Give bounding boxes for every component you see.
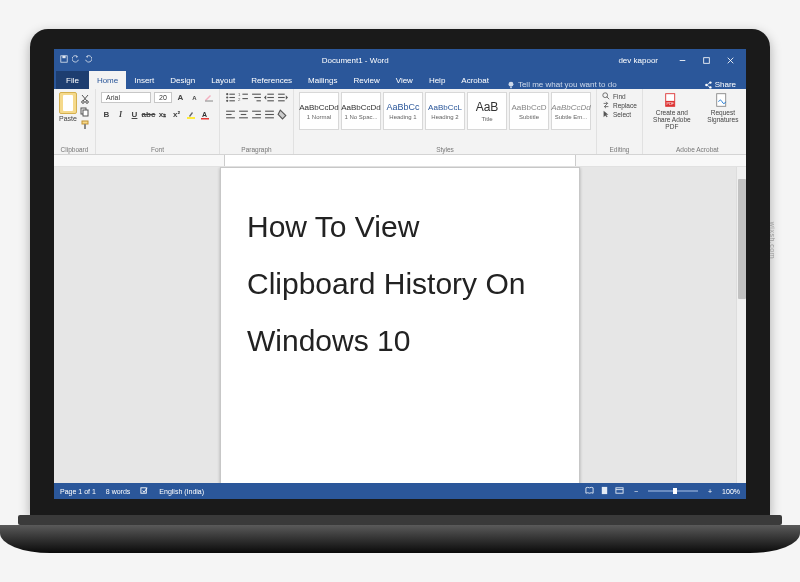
svg-text:2: 2 [238,97,241,102]
superscript-button[interactable]: x² [171,109,182,120]
select-button[interactable]: Select [602,110,637,118]
zoom-in-button[interactable]: + [708,488,712,495]
svg-line-12 [707,83,709,85]
ruler[interactable] [54,155,746,167]
group-adobe: PDF Create and Share Adobe PDF Request S… [643,89,746,154]
decrease-indent-button[interactable] [264,92,275,103]
scroll-thumb[interactable] [738,179,746,299]
subscript-button[interactable]: x₂ [157,109,168,120]
tab-design[interactable]: Design [162,71,203,89]
font-size-select[interactable]: 20 [154,92,172,103]
group-paragraph: 12 Paragraph [220,89,294,154]
tab-acrobat[interactable]: Acrobat [453,71,497,89]
document-page[interactable]: How To View Clipboard History On Windows… [220,167,580,483]
group-clipboard-label: Clipboard [59,145,90,153]
maximize-button[interactable] [694,49,718,71]
tab-review[interactable]: Review [345,71,387,89]
multilevel-list-button[interactable] [251,92,262,103]
tell-me-box[interactable]: Tell me what you want to do [507,80,617,89]
style-title[interactable]: AaBTitle [467,92,507,130]
style-normal[interactable]: AaBbCcDd1 Normal [299,92,339,130]
word-window: Document1 - Word dev kapoor File Home In… [54,49,746,499]
svg-rect-20 [82,121,88,124]
share-label: Share [715,80,736,89]
replace-icon [602,101,610,109]
find-button[interactable]: Find [602,92,637,100]
tab-help[interactable]: Help [421,71,453,89]
tab-home[interactable]: Home [89,71,126,89]
align-center-button[interactable] [238,109,249,120]
paste-button[interactable]: Paste [59,92,77,122]
format-painter-button[interactable] [80,120,90,130]
tab-mailings[interactable]: Mailings [300,71,345,89]
statusbar: Page 1 of 1 8 words English (India) − + … [54,483,746,499]
bold-button[interactable]: B [101,109,112,120]
word-count[interactable]: 8 words [106,488,131,495]
text-highlight-button[interactable] [185,109,196,120]
svg-rect-19 [83,110,88,116]
read-mode-button[interactable] [585,486,594,496]
document-area: How To View Clipboard History On Windows… [54,167,746,483]
tab-file[interactable]: File [56,71,89,89]
undo-icon[interactable] [72,55,80,65]
numbered-list-button[interactable]: 12 [238,92,249,103]
svg-point-14 [82,101,85,104]
page-count[interactable]: Page 1 of 1 [60,488,96,495]
request-signatures-button[interactable]: Request Signatures [699,92,746,123]
spellcheck-icon[interactable] [140,486,149,496]
style-heading2[interactable]: AaBbCcLHeading 2 [425,92,465,130]
copy-button[interactable] [80,107,90,117]
print-layout-button[interactable] [600,486,609,496]
replace-button[interactable]: Replace [602,101,637,109]
web-layout-button[interactable] [615,486,624,496]
close-button[interactable] [718,49,742,71]
create-pdf-button[interactable]: PDF Create and Share Adobe PDF [648,92,696,130]
styles-gallery[interactable]: AaBbCcDd1 Normal AaBbCcDd1 No Spac... Aa… [299,92,591,130]
font-color-button[interactable]: A [199,109,210,120]
language-status[interactable]: English (India) [159,488,204,495]
style-subtle-em[interactable]: AaBbCcDdSubtle Em... [551,92,591,130]
document-body-text[interactable]: How To View Clipboard History On Windows… [247,198,553,369]
justify-button[interactable] [264,109,275,120]
increase-font-button[interactable]: A [175,92,186,103]
style-heading1[interactable]: AaBbCcHeading 1 [383,92,423,130]
font-name-select[interactable]: Arial [101,92,151,103]
tab-layout[interactable]: Layout [203,71,243,89]
bullet-list-button[interactable] [225,92,236,103]
style-subtitle[interactable]: AaBbCcDSubtitle [509,92,549,130]
svg-rect-1 [62,56,65,58]
italic-button[interactable]: I [115,109,126,120]
cut-button[interactable] [80,94,90,104]
tab-insert[interactable]: Insert [126,71,162,89]
redo-icon[interactable] [84,55,92,65]
tab-view[interactable]: View [388,71,421,89]
tab-references[interactable]: References [243,71,300,89]
shading-button[interactable] [277,109,288,120]
align-right-button[interactable] [251,109,262,120]
zoom-slider[interactable] [648,490,698,492]
share-button[interactable]: Share [694,80,746,89]
clipboard-icon [59,92,77,114]
vertical-scrollbar[interactable] [736,167,746,483]
ribbon-tabs: File Home Insert Design Layout Reference… [54,71,746,89]
increase-indent-button[interactable] [277,92,288,103]
autosave-icon[interactable] [60,55,68,65]
zoom-out-button[interactable]: − [634,488,638,495]
svg-point-30 [226,100,228,102]
group-editing-label: Editing [602,145,637,153]
strikethrough-button[interactable]: abc [143,109,154,120]
pdf-icon: PDF [663,92,681,108]
clear-format-button[interactable] [203,92,214,103]
underline-button[interactable]: U [129,109,140,120]
ruler-active [224,155,576,166]
minimize-button[interactable] [670,49,694,71]
ribbon: Paste Clipboard Arial [54,89,746,155]
share-icon [704,81,712,89]
style-nospacing[interactable]: AaBbCcDd1 No Spac... [341,92,381,130]
decrease-font-button[interactable]: A [189,92,200,103]
svg-rect-4 [703,57,709,63]
user-name[interactable]: dev kapoor [618,56,658,65]
group-adobe-label: Adobe Acrobat [648,145,746,153]
zoom-level[interactable]: 100% [722,488,740,495]
align-left-button[interactable] [225,109,236,120]
